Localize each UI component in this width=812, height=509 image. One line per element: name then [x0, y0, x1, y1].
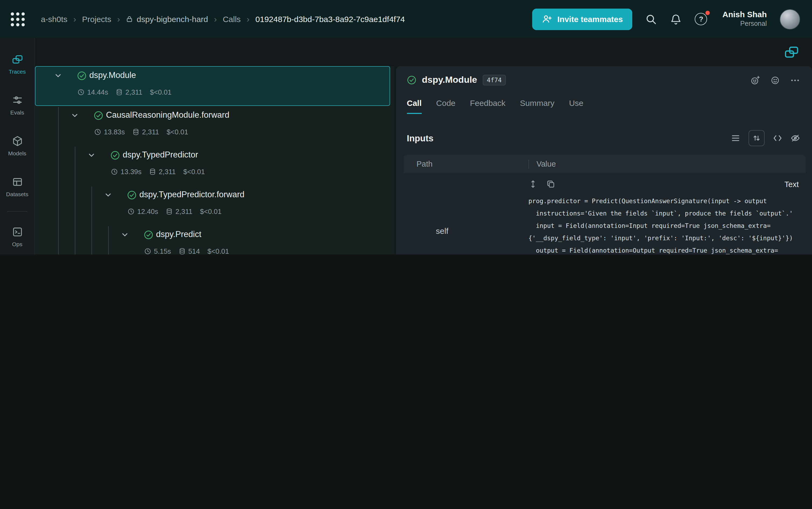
breadcrumb-projects[interactable]: Projects [82, 14, 111, 24]
tab-use[interactable]: Use [569, 98, 583, 114]
value-column-header: Value [528, 159, 806, 169]
sidebar-item-datasets[interactable]: Datasets [0, 166, 34, 207]
status-success-icon [407, 75, 416, 85]
breadcrumb-team[interactable]: a-sh0ts [41, 14, 67, 24]
trace-row-title: CausalReasoningModule.forward [106, 110, 229, 120]
breadcrumb: a-sh0ts › Projects › dspy-bigbench-hard … [41, 14, 405, 24]
latency-metric: 5.15s [144, 247, 171, 254]
inputs-table-header: Path Value [404, 155, 806, 173]
notifications-bell-icon[interactable] [670, 13, 682, 25]
notification-dot [706, 11, 710, 15]
sidebar-item-evals[interactable]: Evals [0, 84, 34, 125]
sidebar-item-traces[interactable]: Traces [0, 43, 34, 84]
trace-row[interactable]: dspy.Predict5.15s514$<0.01 [35, 225, 390, 254]
tokens-icon [132, 129, 139, 135]
panel-layout-toggle-icon[interactable] [784, 45, 799, 60]
avatar[interactable] [780, 9, 800, 29]
user-org: Personal [722, 20, 767, 28]
latency-metric: 12.40s [128, 207, 158, 215]
trace-row[interactable]: dspy.TypedPredictor.forward12.40s2,311$<… [35, 185, 390, 225]
trace-row-metrics: 5.15s514$<0.01 [144, 247, 229, 254]
add-reaction-icon[interactable] [750, 75, 760, 85]
feedback-emoji-icon[interactable] [770, 75, 780, 85]
breadcrumb-calls[interactable]: Calls [223, 14, 241, 24]
latency-metric: 14.44s [77, 88, 108, 96]
expand-rows-button[interactable] [749, 130, 764, 146]
breadcrumb-separator: › [214, 14, 217, 24]
tokens-metric: 2,311 [166, 207, 192, 215]
trace-row-metrics: 14.44s2,311$<0.01 [77, 88, 171, 96]
tab-summary[interactable]: Summary [520, 98, 555, 114]
chevron-down-icon[interactable] [54, 72, 62, 79]
breadcrumb-separator: › [117, 14, 120, 24]
sidebar-item-ops[interactable]: Ops [0, 216, 34, 254]
chevron-down-icon[interactable] [104, 191, 112, 199]
app-window: a-sh0ts › Projects › dspy-bigbench-hard … [0, 0, 812, 254]
ops-terminal-icon [11, 226, 23, 237]
invite-teammates-label: Invite teammates [558, 14, 623, 24]
trace-row-metrics: 13.83s2,311$<0.01 [94, 128, 188, 136]
code-view-icon[interactable] [773, 133, 782, 143]
sidebar-item-label: Evals [10, 109, 24, 115]
hide-values-eye-off-icon[interactable] [790, 133, 800, 143]
call-id-badge[interactable]: 4f74 [482, 75, 506, 86]
cost-metric: $<0.01 [183, 168, 205, 176]
breadcrumb-call-id[interactable]: 0192487b-d3bd-7ba3-8a92-7c9ae1df4f74 [255, 14, 405, 24]
input-path: self [404, 179, 528, 254]
traces-layers-icon [11, 54, 23, 65]
tab-feedback[interactable]: Feedback [470, 98, 505, 114]
breadcrumb-separator: › [247, 14, 250, 24]
search-icon[interactable] [646, 13, 657, 25]
trace-row[interactable]: CausalReasoningModule.forward13.83s2,311… [35, 106, 390, 146]
tab-call[interactable]: Call [407, 98, 421, 114]
evals-sliders-icon [11, 94, 23, 106]
trace-row-title: dspy.TypedPredictor.forward [139, 190, 245, 199]
user-menu[interactable]: Anish Shah Personal [722, 10, 767, 29]
wandb-logo-icon[interactable] [10, 11, 26, 27]
trace-row[interactable]: dspy.TypedPredictor13.39s2,311$<0.01 [35, 146, 390, 185]
clock-icon [128, 208, 134, 215]
trace-row-title: dspy.TypedPredictor [123, 150, 198, 160]
inputs-table: Path Value self [404, 155, 806, 254]
invite-teammates-button[interactable]: Invite teammates [532, 8, 632, 30]
tokens-metric: 2,311 [116, 88, 142, 96]
sidebar-item-models[interactable]: Models [0, 125, 34, 166]
input-row-self: self Text prog.predictor = Predi [404, 173, 806, 254]
tokens-metric: 514 [179, 247, 200, 254]
content-area: dspy.Module14.44s2,311$<0.01CausalReason… [35, 38, 812, 254]
chevron-down-icon[interactable] [71, 112, 79, 119]
inputs-view-controls [731, 130, 800, 146]
status-success-icon [110, 150, 120, 160]
inputs-title: Inputs [407, 133, 433, 143]
chevron-down-icon[interactable] [88, 151, 95, 159]
breadcrumb-project[interactable]: dspy-bigbench-hard [126, 14, 208, 24]
format-toggle-text[interactable]: Text [785, 180, 804, 189]
breadcrumb-project-label: dspy-bigbench-hard [137, 14, 208, 24]
datasets-table-icon [11, 176, 23, 187]
list-view-icon[interactable] [731, 133, 741, 143]
status-success-icon [144, 230, 153, 240]
top-bar: a-sh0ts › Projects › dspy-bigbench-hard … [0, 0, 812, 38]
call-detail-header: dspy.Module 4f74 [396, 66, 812, 86]
models-cube-icon [11, 135, 23, 146]
tokens-icon [166, 208, 173, 215]
chevron-down-icon[interactable] [121, 231, 129, 239]
status-success-icon [127, 190, 137, 200]
tab-code[interactable]: Code [436, 98, 456, 114]
latency-metric: 13.39s [111, 168, 142, 176]
trace-row-title: dspy.Module [89, 70, 136, 80]
person-plus-icon [542, 14, 552, 24]
expand-value-icon[interactable] [528, 179, 537, 189]
clock-icon [77, 89, 85, 96]
path-column-header: Path [404, 160, 528, 168]
input-value-cell: Text prog.predictor = Predict(QuestionAn… [528, 179, 804, 254]
overflow-menu-icon[interactable] [790, 75, 800, 85]
trace-row[interactable]: dspy.Module14.44s2,311$<0.01 [35, 66, 390, 106]
tokens-icon [179, 248, 186, 254]
copy-icon[interactable] [546, 179, 555, 189]
help-button[interactable]: ? [695, 13, 707, 25]
trace-row-metrics: 12.40s2,311$<0.01 [128, 207, 222, 215]
sort-arrows-icon [752, 134, 761, 142]
status-success-icon [77, 71, 87, 80]
cost-metric: $<0.01 [150, 88, 171, 96]
